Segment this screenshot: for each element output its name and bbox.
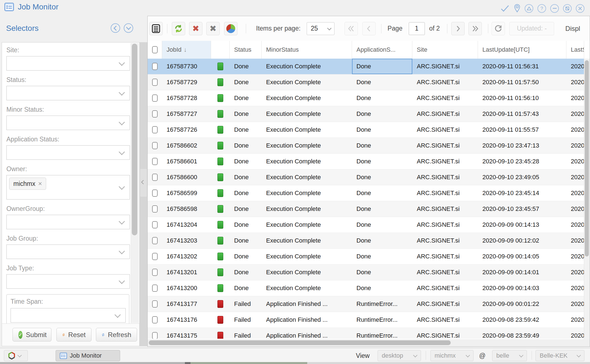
table-row[interactable]: 167413200DoneExecution CompleteDoneARC.S… bbox=[148, 280, 584, 296]
table-row[interactable]: 167586599DoneExecution CompleteDoneARC.S… bbox=[148, 185, 584, 201]
table-row[interactable]: 167586601DoneExecution CompleteDoneARC.S… bbox=[148, 154, 584, 169]
cell-application-status[interactable]: Done bbox=[352, 122, 412, 138]
table-row[interactable]: 167587727DoneExecution CompleteDoneARC.S… bbox=[148, 106, 584, 122]
remove-tag-icon[interactable]: × bbox=[38, 180, 42, 188]
table-row[interactable]: 167587729DoneExecution CompleteDoneARC.S… bbox=[148, 74, 584, 90]
table-row[interactable]: 167587728DoneExecution CompleteDoneARC.S… bbox=[148, 90, 584, 106]
selector-combobox[interactable]: × bbox=[6, 215, 130, 229]
row-checkbox[interactable] bbox=[148, 312, 162, 328]
delete-button[interactable]: ✖ bbox=[189, 22, 202, 35]
owner-tag-chip[interactable]: michmx × bbox=[9, 178, 46, 190]
cell-application-status[interactable]: Done bbox=[352, 185, 412, 201]
table-row[interactable]: 167413203DoneExecution CompleteDoneARC.S… bbox=[148, 233, 584, 249]
row-checkbox[interactable] bbox=[148, 74, 162, 90]
cell-application-status[interactable]: Done bbox=[352, 201, 412, 217]
taskbar-job-monitor-button[interactable]: Job Monitor bbox=[56, 350, 120, 361]
table-row[interactable]: 167413202DoneExecution CompleteDoneARC.S… bbox=[148, 249, 584, 265]
cell-application-status[interactable]: Done bbox=[352, 233, 412, 248]
select-all-checkbox[interactable] bbox=[152, 46, 158, 53]
prev-page-button[interactable] bbox=[362, 22, 376, 35]
cell-application-status[interactable]: Done bbox=[352, 138, 412, 153]
cell-application-status[interactable]: Done bbox=[352, 249, 412, 264]
cell-application-status[interactable]: Done bbox=[352, 59, 412, 74]
table-row[interactable]: 167587726DoneExecution CompleteDoneARC.S… bbox=[148, 122, 584, 138]
table-row[interactable]: 167586602DoneExecution CompleteDoneARC.S… bbox=[148, 138, 584, 154]
view-select[interactable]: desktop bbox=[378, 350, 421, 361]
row-checkbox[interactable] bbox=[148, 169, 162, 185]
row-checkbox[interactable] bbox=[148, 122, 162, 138]
cell-application-status[interactable]: Done bbox=[352, 106, 412, 122]
cell-application-status[interactable]: Done bbox=[352, 217, 412, 233]
selector-combobox[interactable]: × bbox=[6, 274, 130, 289]
table-row[interactable]: 167413176FailedApplication Finished ...R… bbox=[148, 312, 584, 328]
refresh-selectors-button[interactable]: Refresh bbox=[96, 328, 137, 341]
updated-button[interactable]: Updated: - bbox=[509, 22, 554, 35]
table-row[interactable]: 167587730DoneExecution CompleteDoneARC.S… bbox=[148, 59, 584, 74]
grid-vertical-scrollbar[interactable] bbox=[584, 59, 590, 339]
row-checkbox[interactable] bbox=[148, 201, 162, 217]
sidebar-scrollbar-thumb[interactable] bbox=[132, 44, 137, 235]
selector-combobox[interactable]: × bbox=[6, 56, 130, 71]
cell-application-status[interactable]: Done bbox=[352, 74, 412, 90]
table-row[interactable]: 167413204DoneExecution CompleteDoneARC.S… bbox=[148, 217, 584, 233]
statistics-button[interactable] bbox=[224, 22, 237, 35]
row-checkbox[interactable] bbox=[148, 59, 162, 74]
table-row[interactable]: 167413201DoneExecution CompleteDoneARC.S… bbox=[148, 265, 584, 280]
column-header-minor_status[interactable]: MinorStatus bbox=[262, 41, 352, 59]
check-icon[interactable] bbox=[500, 4, 510, 12]
table-row[interactable]: 167586598DoneExecution CompleteDoneARC.S… bbox=[148, 201, 584, 217]
row-checkbox[interactable] bbox=[148, 185, 162, 201]
reschedule-button[interactable] bbox=[172, 22, 185, 35]
grid-horizontal-scrollbar[interactable] bbox=[148, 339, 590, 346]
setup-select[interactable]: Belle-KEK bbox=[536, 350, 584, 361]
minimize-icon[interactable] bbox=[550, 4, 559, 13]
pin-icon[interactable] bbox=[514, 4, 520, 13]
cell-application-status[interactable]: RuntimeError... bbox=[352, 328, 412, 339]
table-row[interactable]: 167586600DoneExecution CompleteDoneARC.S… bbox=[148, 169, 584, 185]
column-header-state[interactable] bbox=[211, 41, 230, 59]
grid-vertical-scrollbar-thumb[interactable] bbox=[585, 60, 589, 256]
selector-combobox[interactable]: × bbox=[6, 245, 130, 259]
kill-button[interactable]: ✖ bbox=[206, 22, 220, 35]
group-select[interactable]: belle bbox=[492, 350, 527, 361]
column-header-last_update[interactable]: LastUpdate[UTC] bbox=[478, 41, 566, 59]
first-page-button[interactable] bbox=[344, 22, 358, 35]
column-header-select[interactable] bbox=[148, 41, 162, 59]
selector-combobox[interactable]: michmx × bbox=[6, 175, 130, 200]
selector-combobox[interactable]: × bbox=[6, 116, 130, 130]
sidebar-scrollbar[interactable] bbox=[131, 43, 139, 323]
submit-button[interactable]: ✓ Submit bbox=[13, 328, 51, 341]
row-checkbox[interactable] bbox=[148, 280, 162, 296]
help-icon[interactable]: ? bbox=[537, 4, 546, 13]
row-checkbox[interactable] bbox=[148, 296, 162, 312]
cell-application-status[interactable]: RuntimeError... bbox=[352, 312, 412, 328]
column-header-status[interactable]: Status bbox=[230, 41, 262, 59]
column-header-application_status[interactable]: ApplicationS... bbox=[352, 41, 412, 59]
row-checkbox[interactable] bbox=[148, 106, 162, 122]
reset-button[interactable]: Reset bbox=[56, 328, 91, 341]
column-header-job_id[interactable]: JobId↓ bbox=[162, 41, 211, 59]
cell-application-status[interactable]: RuntimeError... bbox=[352, 296, 412, 312]
user-select[interactable]: michmx bbox=[430, 350, 474, 361]
cell-application-status[interactable]: Done bbox=[352, 280, 412, 296]
table-row[interactable]: 167413177FailedApplication Finished ...R… bbox=[148, 296, 584, 312]
row-checkbox[interactable] bbox=[148, 249, 162, 264]
menu-button[interactable] bbox=[149, 22, 163, 35]
column-header-site[interactable]: Site bbox=[412, 41, 478, 59]
cell-application-status[interactable]: Done bbox=[352, 265, 412, 280]
row-checkbox[interactable] bbox=[148, 217, 162, 233]
refresh-grid-button[interactable] bbox=[492, 22, 505, 35]
row-checkbox[interactable] bbox=[148, 233, 162, 248]
cell-application-status[interactable]: Done bbox=[352, 169, 412, 185]
row-checkbox[interactable] bbox=[148, 265, 162, 280]
next-page-button[interactable] bbox=[451, 22, 465, 35]
table-row[interactable]: 167413175FailedApplication Finished ...R… bbox=[148, 328, 584, 339]
time-span-combobox[interactable] bbox=[11, 308, 126, 323]
panel-splitter[interactable] bbox=[140, 42, 147, 346]
page-number-input[interactable]: 1 bbox=[409, 22, 425, 35]
cell-application-status[interactable]: Done bbox=[352, 90, 412, 106]
collapse-down-icon[interactable] bbox=[124, 23, 133, 33]
close-icon[interactable] bbox=[576, 4, 584, 13]
row-checkbox[interactable] bbox=[148, 138, 162, 153]
selector-combobox[interactable]: × bbox=[6, 86, 130, 100]
